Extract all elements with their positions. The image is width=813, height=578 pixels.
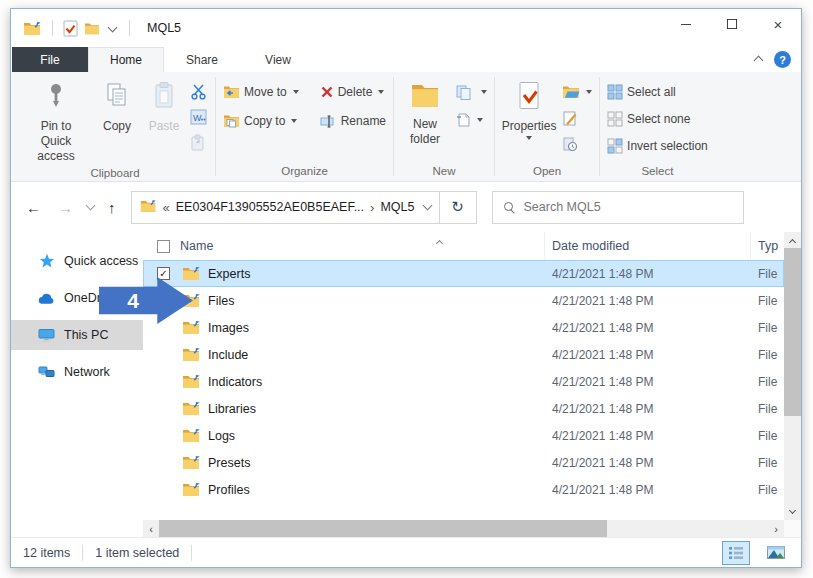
paste-button[interactable]: Paste: [142, 78, 186, 134]
table-row[interactable]: Profiles4/21/2021 1:48 PMFile: [143, 476, 784, 503]
scroll-up-icon[interactable]: [784, 232, 801, 248]
new-item-button[interactable]: [453, 110, 489, 130]
address-dropdown-icon[interactable]: [416, 200, 439, 214]
explorer-window: MQL5 × File Home Share View ? Pin to Qui…: [10, 8, 802, 568]
sidebar-item-this-pc[interactable]: This PC: [11, 320, 143, 350]
new-folder-label: New folder: [404, 117, 446, 147]
table-row[interactable]: Presets4/21/2021 1:48 PMFile: [143, 449, 784, 476]
sidebar-item-quick-access[interactable]: Quick access: [11, 246, 143, 276]
edit-button[interactable]: [560, 108, 594, 128]
folder-icon: [182, 482, 201, 497]
back-button[interactable]: ←: [20, 199, 47, 216]
table-row[interactable]: Images4/21/2021 1:48 PMFile: [143, 314, 784, 341]
file-type: File: [751, 483, 784, 497]
search-box[interactable]: [492, 191, 744, 224]
select-none-button[interactable]: Select none: [605, 109, 710, 129]
group-label-clipboard: Clipboard: [15, 164, 215, 183]
easy-access-button[interactable]: [453, 82, 489, 102]
tab-view[interactable]: View: [240, 47, 316, 72]
table-row[interactable]: Logs4/21/2021 1:48 PMFile: [143, 422, 784, 449]
move-to-button[interactable]: Move to: [221, 82, 301, 102]
breadcrumb-root[interactable]: EE0304F13905552AE0B5EAEF...: [176, 200, 364, 214]
paste-label: Paste: [149, 119, 180, 134]
delete-button[interactable]: Delete: [318, 82, 388, 102]
breadcrumb-overflow-icon[interactable]: «: [163, 200, 170, 215]
new-folder-button[interactable]: New folder: [399, 78, 451, 147]
refresh-button[interactable]: ↻: [439, 192, 476, 223]
file-name: Profiles: [208, 483, 250, 497]
search-input[interactable]: [524, 200, 732, 214]
sidebar-item-network[interactable]: Network: [11, 357, 143, 387]
invert-selection-label: Invert selection: [627, 139, 708, 153]
star-icon: [38, 253, 55, 269]
table-row[interactable]: Libraries4/21/2021 1:48 PMFile: [143, 395, 784, 422]
tab-home[interactable]: Home: [88, 47, 164, 72]
table-row[interactable]: Files4/21/2021 1:48 PMFile: [143, 287, 784, 314]
open-button[interactable]: [560, 82, 594, 102]
search-icon: [504, 202, 515, 213]
details-view-button[interactable]: [723, 542, 749, 564]
properties-button[interactable]: Properties: [500, 78, 558, 140]
column-header-date-modified[interactable]: Date modified: [545, 232, 751, 260]
minimize-button[interactable]: [663, 9, 709, 39]
close-icon: ×: [774, 17, 783, 32]
invert-selection-button[interactable]: Invert selection: [605, 136, 710, 156]
ribbon-group-organize: Move to Copy to Delete Rename: [216, 74, 393, 181]
cut-button[interactable]: [188, 82, 210, 102]
scroll-left-icon[interactable]: ‹: [143, 523, 159, 535]
copy-path-button[interactable]: W: [188, 107, 210, 127]
delete-label: Delete: [338, 85, 373, 99]
vertical-scrollbar[interactable]: [784, 232, 801, 520]
close-button[interactable]: ×: [755, 9, 801, 39]
table-row[interactable]: Include4/21/2021 1:48 PMFile: [143, 341, 784, 368]
vertical-scroll-thumb[interactable]: [784, 248, 801, 416]
column-header-name[interactable]: Name: [143, 232, 545, 260]
file-type: File: [751, 456, 784, 470]
qat-customize-chevron-icon[interactable]: [106, 24, 119, 33]
file-list: ✓Experts4/21/2021 1:48 PMFileFiles4/21/2…: [143, 260, 784, 520]
help-button[interactable]: ?: [774, 51, 791, 68]
dropdown-arrow-icon: [378, 90, 384, 94]
file-date-modified: 4/21/2021 1:48 PM: [545, 321, 751, 335]
large-icons-view-icon: [767, 546, 785, 559]
pin-to-quick-access-button[interactable]: Pin to Quick access: [20, 78, 92, 164]
select-all-checkbox[interactable]: [157, 240, 170, 253]
address-bar[interactable]: « EE0304F13905552AE0B5EAEF... › MQL5 ↻: [131, 191, 477, 224]
copy-button[interactable]: Copy: [94, 78, 140, 134]
history-button[interactable]: [560, 134, 594, 154]
horizontal-scroll-thumb[interactable]: [159, 520, 607, 537]
file-type: File: [751, 348, 784, 362]
status-separator: [82, 545, 83, 561]
paste-shortcut-button[interactable]: [188, 132, 210, 152]
tab-file[interactable]: File: [12, 47, 88, 72]
qat-properties-icon[interactable]: [63, 20, 78, 37]
copy-to-button[interactable]: Copy to: [221, 111, 301, 131]
large-icons-view-button[interactable]: [763, 542, 789, 564]
forward-button[interactable]: →: [52, 199, 79, 216]
dropdown-arrow-icon: [291, 119, 297, 123]
file-name: Files: [208, 294, 234, 308]
move-to-label: Move to: [244, 85, 287, 99]
row-checkbox[interactable]: ✓: [157, 267, 170, 280]
maximize-button[interactable]: [709, 9, 755, 39]
column-header-type[interactable]: Typ: [751, 232, 784, 260]
table-row[interactable]: ✓Experts4/21/2021 1:48 PMFile: [143, 260, 784, 287]
up-button[interactable]: ↑: [102, 199, 122, 216]
status-bar: 12 items 1 item selected: [11, 537, 801, 567]
qat-new-folder-icon[interactable]: [84, 22, 100, 35]
scroll-right-icon[interactable]: ›: [768, 523, 784, 535]
select-all-button[interactable]: Select all: [605, 82, 710, 102]
window-title: MQL5: [147, 21, 181, 35]
breadcrumb-current[interactable]: MQL5: [380, 200, 414, 214]
dropdown-arrow-icon: [477, 118, 483, 122]
network-icon: [38, 365, 55, 379]
rename-button[interactable]: Rename: [318, 111, 388, 131]
scroll-down-icon[interactable]: [784, 504, 801, 520]
collapse-ribbon-icon[interactable]: [755, 53, 762, 67]
tab-share[interactable]: Share: [164, 47, 240, 72]
table-row[interactable]: Indicators4/21/2021 1:48 PMFile: [143, 368, 784, 395]
recent-locations-chevron-icon[interactable]: [84, 200, 97, 214]
dropdown-arrow-icon: [293, 90, 299, 94]
breadcrumb-separator-icon: ›: [370, 200, 374, 215]
horizontal-scrollbar[interactable]: ‹ ›: [143, 520, 784, 537]
